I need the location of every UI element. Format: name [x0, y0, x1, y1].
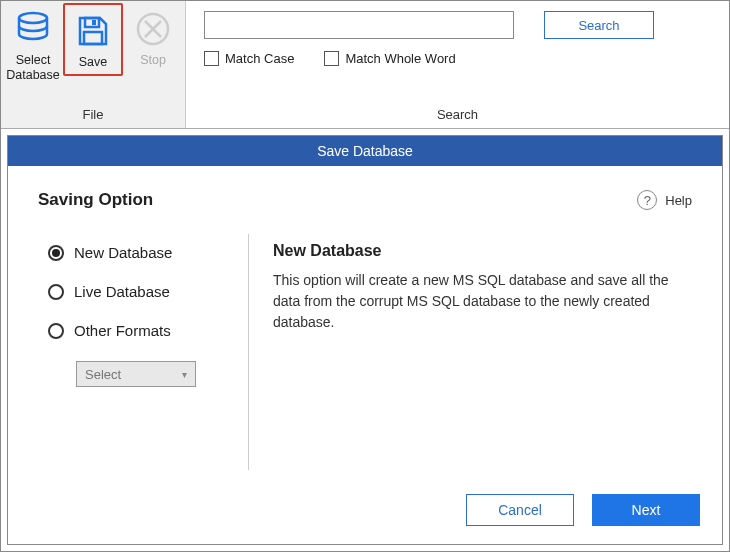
stop-label: Stop	[140, 53, 166, 68]
match-case-label: Match Case	[225, 51, 294, 66]
radio-label: Live Database	[74, 283, 170, 300]
match-case-checkbox[interactable]: Match Case	[204, 51, 294, 66]
help-label: Help	[665, 193, 692, 208]
dialog-title: Save Database	[8, 136, 722, 166]
checkbox-icon	[324, 51, 339, 66]
ribbon-group-file: Select Database Save	[1, 1, 186, 128]
radio-new-database[interactable]: New Database	[48, 244, 248, 261]
save-icon	[71, 9, 115, 53]
radio-label: New Database	[74, 244, 172, 261]
search-button[interactable]: Search	[544, 11, 654, 39]
dialog-body: Saving Option ? Help New Database	[8, 166, 722, 480]
description-title: New Database	[273, 242, 674, 260]
database-icon	[11, 7, 55, 51]
dialog-footer: Cancel Next	[8, 480, 722, 544]
save-label: Save	[79, 55, 108, 70]
match-whole-word-checkbox[interactable]: Match Whole Word	[324, 51, 455, 66]
ribbon-group-search: Search Match Case Match Whole Word Searc…	[186, 1, 729, 128]
svg-point-0	[19, 13, 47, 23]
select-database-label: Select Database	[5, 53, 61, 83]
match-whole-word-label: Match Whole Word	[345, 51, 455, 66]
help-icon: ?	[637, 190, 657, 210]
svg-rect-2	[92, 20, 96, 25]
cancel-button[interactable]: Cancel	[466, 494, 574, 526]
search-input[interactable]	[204, 11, 514, 39]
radio-label: Other Formats	[74, 322, 171, 339]
description-column: New Database This option will create a n…	[248, 234, 692, 470]
select-database-button[interactable]: Select Database	[3, 3, 63, 87]
radio-other-formats[interactable]: Other Formats	[48, 322, 248, 339]
radio-icon	[48, 284, 64, 300]
saving-option-heading: Saving Option	[38, 190, 153, 210]
dialog-columns: New Database Live Database Other Formats…	[38, 234, 692, 470]
stop-button: Stop	[123, 3, 183, 72]
options-column: New Database Live Database Other Formats…	[38, 234, 248, 470]
search-options: Match Case Match Whole Word	[186, 43, 729, 66]
radio-icon	[48, 323, 64, 339]
description-text: This option will create a new MS SQL dat…	[273, 270, 674, 333]
dialog-header-row: Saving Option ? Help	[38, 190, 692, 210]
file-group-label: File	[1, 103, 185, 128]
radio-icon	[48, 245, 64, 261]
next-button[interactable]: Next	[592, 494, 700, 526]
modal-region: Save Database Saving Option ? Help New D…	[1, 129, 729, 551]
search-group-label: Search	[186, 101, 729, 128]
select-placeholder: Select	[85, 367, 121, 382]
stop-icon	[131, 7, 175, 51]
app-window: Select Database Save	[0, 0, 730, 552]
radio-live-database[interactable]: Live Database	[48, 283, 248, 300]
search-row: Search	[186, 1, 729, 43]
format-select: Select ▾	[76, 361, 196, 387]
svg-rect-3	[84, 32, 102, 44]
checkbox-icon	[204, 51, 219, 66]
ribbon: Select Database Save	[1, 1, 729, 129]
chevron-down-icon: ▾	[182, 369, 187, 380]
help-button[interactable]: ? Help	[637, 190, 692, 210]
save-database-dialog: Save Database Saving Option ? Help New D…	[7, 135, 723, 545]
save-button[interactable]: Save	[63, 3, 123, 76]
file-buttons: Select Database Save	[1, 1, 185, 103]
